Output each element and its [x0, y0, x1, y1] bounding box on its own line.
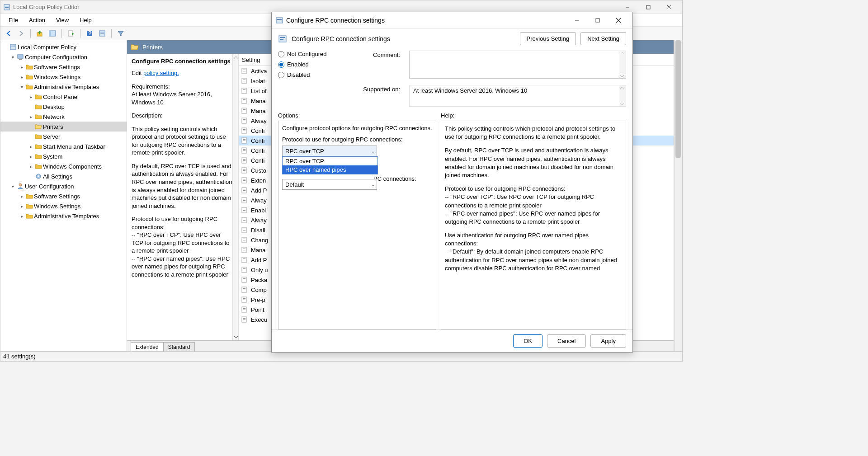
folder-open-icon [131, 43, 139, 51]
dialog-title: Configure RPC connection settings [286, 17, 566, 24]
svg-rect-51 [243, 159, 245, 160]
tree-caret-icon[interactable]: ▸ [28, 153, 34, 160]
svg-rect-91 [243, 290, 245, 290]
tree-caret-icon[interactable]: ▸ [28, 94, 34, 100]
svg-rect-39 [243, 119, 245, 120]
tree-item[interactable]: ▸Windows Components [0, 161, 127, 171]
setting-icon [241, 207, 248, 214]
tree-item-label: Local Computer Policy [18, 44, 76, 51]
ok-button[interactable]: OK [513, 334, 542, 348]
tree-item-label: Software Settings [34, 64, 80, 71]
tree-caret-icon[interactable]: ▸ [19, 64, 25, 70]
setting-label: Alway [251, 217, 267, 224]
svg-rect-17 [11, 46, 15, 47]
tree-item[interactable]: ▸System [0, 151, 127, 161]
authentication-dropdown[interactable]: Default ⌄ [282, 179, 377, 190]
tree-caret-icon[interactable]: ▸ [28, 143, 34, 150]
tree-item[interactable]: ▸Windows Settings [0, 72, 127, 82]
svg-rect-42 [243, 129, 245, 130]
menu-action[interactable]: Action [24, 15, 50, 25]
tree-caret-icon[interactable]: ▸ [28, 113, 34, 120]
previous-setting-button[interactable]: Previous Setting [520, 32, 576, 45]
filter-button[interactable] [115, 28, 126, 39]
comment-input[interactable] [409, 51, 626, 79]
setting-icon [241, 87, 248, 94]
tree-item[interactable]: ▸Software Settings [0, 191, 127, 201]
svg-rect-90 [243, 288, 245, 289]
tree-item-label: Administrative Templates [34, 213, 99, 220]
edit-policy-link[interactable]: policy setting. [143, 70, 179, 76]
tree-item[interactable]: ▸Windows Settings [0, 201, 127, 211]
tree-item[interactable]: Local Computer Policy [0, 42, 127, 52]
dropdown-option[interactable]: RPC over named pipes [283, 165, 377, 174]
cancel-button[interactable]: Cancel [547, 334, 586, 348]
tree-item[interactable]: ▸Network [0, 112, 127, 122]
apply-button[interactable]: Apply [590, 334, 626, 348]
export-button[interactable] [66, 28, 76, 39]
setting-label: Comp [251, 287, 267, 293]
description-text-2: By default, RPC over TCP is used and aut… [132, 162, 234, 210]
tree-item[interactable]: ▸Control Panel [0, 92, 127, 102]
up-button[interactable] [34, 28, 45, 39]
svg-rect-46 [243, 141, 245, 141]
tree-caret-icon[interactable]: ▾ [19, 84, 25, 90]
show-hide-tree-button[interactable] [47, 28, 58, 39]
tree-caret-icon[interactable] [28, 133, 34, 140]
tree-item[interactable]: ▾Computer Configuration [0, 52, 127, 62]
main-scrollbar[interactable] [674, 40, 682, 351]
next-setting-button[interactable]: Next Setting [580, 32, 626, 45]
svg-rect-100 [243, 320, 245, 320]
properties-button[interactable] [97, 28, 108, 39]
tree-item[interactable]: Printers [0, 122, 127, 132]
dialog-maximize-button[interactable] [587, 13, 608, 28]
radio-enabled[interactable]: Enabled [278, 61, 341, 68]
tree-caret-icon[interactable] [28, 103, 34, 110]
tree-caret-icon[interactable]: ▸ [19, 213, 25, 219]
tree-caret-icon[interactable] [2, 44, 9, 50]
back-button[interactable] [3, 28, 14, 39]
tree-caret-icon[interactable]: ▸ [28, 163, 34, 169]
menu-file[interactable]: File [4, 15, 23, 25]
tree-item[interactable]: ▸Administrative Templates [0, 211, 127, 221]
tree-item[interactable]: ▸Software Settings [0, 62, 127, 72]
tree-item-label: Windows Components [43, 163, 102, 170]
tree-caret-icon[interactable]: ▸ [19, 193, 25, 199]
radio-disabled[interactable]: Disabled [278, 71, 341, 78]
tree-caret-icon[interactable]: ▾ [9, 54, 16, 60]
tab-extended[interactable]: Extended [131, 342, 164, 351]
protocol-dropdown[interactable]: RPC over TCP ⌄ RPC over TCP RPC over nam… [282, 146, 377, 156]
maximize-button[interactable] [638, 1, 659, 14]
tree-caret-icon[interactable]: ▾ [9, 183, 16, 189]
svg-rect-78 [243, 249, 245, 249]
dialog-icon [275, 16, 283, 24]
dialog-minimize-button[interactable] [566, 13, 587, 28]
tree-item[interactable]: Server [0, 132, 127, 141]
tree-caret-icon[interactable] [28, 123, 34, 130]
radio-not-configured[interactable]: Not Configured [278, 51, 341, 57]
help-button[interactable]: ? [84, 28, 95, 39]
tree-item[interactable]: Desktop [0, 102, 127, 112]
description-scrollbar[interactable] [232, 54, 239, 340]
svg-rect-81 [243, 259, 245, 259]
tree-caret-icon[interactable]: ▸ [19, 203, 25, 209]
tree-item[interactable]: ▾Administrative Templates [0, 82, 127, 92]
dialog-close-button[interactable] [608, 13, 629, 28]
dropdown-option[interactable]: RPC over TCP [283, 157, 377, 165]
menu-help[interactable]: Help [75, 15, 96, 25]
close-button[interactable] [659, 1, 679, 14]
tree-item[interactable]: All Settings [0, 171, 127, 181]
forward-button[interactable] [16, 28, 27, 39]
tree-caret-icon[interactable]: ▸ [19, 74, 25, 80]
tree-caret-icon[interactable] [28, 173, 34, 179]
setting-icon [241, 226, 248, 234]
description-label: Description: [132, 112, 234, 120]
svg-rect-102 [277, 19, 282, 20]
setting-label: Add P [251, 187, 267, 194]
svg-rect-27 [243, 80, 245, 80]
tree-item[interactable]: ▸Start Menu and Taskbar [0, 141, 127, 151]
menu-view[interactable]: View [52, 15, 73, 25]
tree-item[interactable]: ▾User Configuration [0, 181, 127, 191]
tree-pane[interactable]: Local Computer Policy▾Computer Configura… [0, 40, 127, 351]
tab-standard[interactable]: Standard [163, 342, 195, 351]
setting-label: Point [251, 306, 264, 313]
